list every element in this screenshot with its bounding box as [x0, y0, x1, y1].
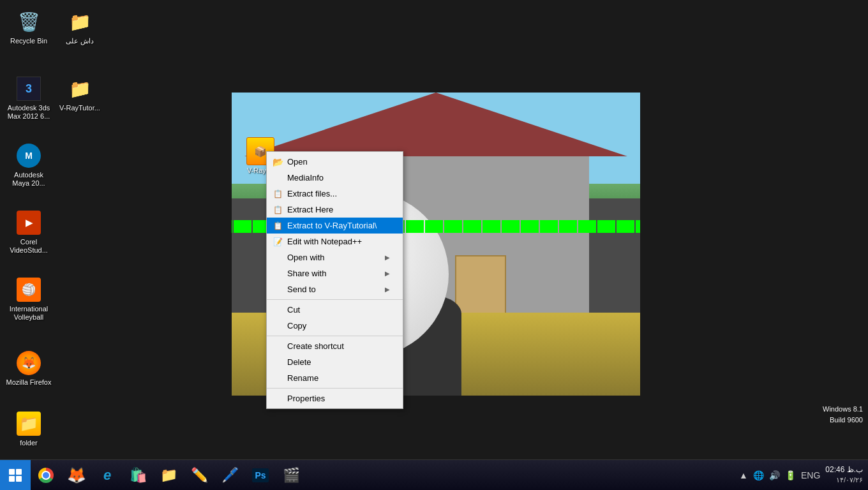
tray-battery-icon[interactable]: 🔋	[784, 469, 797, 482]
extract-files-icon: 📋	[272, 188, 283, 200]
taskbar-sketchbook[interactable]: ✏️	[184, 460, 214, 491]
tray-lang[interactable]: ENG	[800, 469, 821, 482]
recycle-bin-icon: 🗑️	[16, 9, 41, 34]
tray-volume-icon[interactable]: 🔊	[768, 469, 781, 482]
taskbar-app6[interactable]: 🖊️	[214, 460, 245, 491]
icon-autodesk-3ds[interactable]: 3 Autodesk 3ds Max 2012 6...	[3, 73, 54, 123]
taskbar-ie[interactable]: e	[92, 460, 123, 491]
explorer-icon: 📁	[160, 467, 177, 484]
photoshop-icon: Ps	[252, 468, 268, 482]
tray-chevron[interactable]: ▲	[738, 469, 749, 482]
icon-label-recycle-bin: Recycle Bin	[6, 37, 52, 45]
separator-1	[267, 299, 403, 300]
notepad-icon: 📝	[272, 236, 283, 248]
win-version-line2: Build 9600	[823, 415, 863, 426]
windows-version: Windows 8.1 Build 9600	[823, 404, 863, 425]
ctx-open-label: Open	[287, 157, 308, 167]
ctx-share-with[interactable]: Share with ▶	[267, 265, 403, 281]
ctx-extract-to-label: Extract to V-RayTutorial\	[287, 221, 377, 230]
ctx-properties[interactable]: Properties	[267, 390, 403, 406]
icon-corel[interactable]: ▶ Corel VideoStud...	[3, 207, 54, 257]
taskbar-app8[interactable]: 🎬	[276, 460, 306, 491]
clock-date: ۱۴/۰۷/۲۶	[825, 475, 863, 485]
share-with-arrow-icon: ▶	[385, 270, 390, 277]
clock-time: 02:46 ب.ظ	[825, 464, 863, 475]
store-icon: 🛍️	[130, 467, 147, 484]
ctx-create-shortcut-label: Create shortcut	[287, 341, 344, 351]
separator-3	[267, 388, 403, 389]
ctx-extract-to[interactable]: 📋 Extract to V-RayTutorial\	[267, 218, 403, 234]
app8-icon: 🎬	[283, 467, 300, 484]
ie-icon: e	[103, 467, 111, 484]
ctx-mediainfo-label: MediaInfo	[287, 173, 324, 182]
ctx-properties-label: Properties	[287, 394, 325, 403]
taskbar-photoshop[interactable]: Ps	[245, 460, 276, 491]
icon-recycle-bin[interactable]: 🗑️ Recycle Bin	[3, 6, 54, 48]
taskbar-clock[interactable]: 02:46 ب.ظ ۱۴/۰۷/۲۶	[825, 464, 863, 485]
icon-vray[interactable]: 📁 V-RayTutor...	[54, 73, 105, 115]
ctx-rename[interactable]: Rename	[267, 370, 403, 386]
icon-label-maya: Autodesk Maya 20...	[6, 171, 52, 188]
ctx-delete-label: Delete	[287, 357, 311, 367]
ctx-rename-label: Rename	[287, 373, 318, 383]
ctx-mediainfo[interactable]: MediaInfo	[267, 170, 403, 186]
icon-firefox[interactable]: 🦊 Mozilla Firefox	[3, 348, 54, 389]
ctx-cut-label: Cut	[287, 305, 300, 315]
icon-arabic-folder[interactable]: 📁 داش علی	[54, 6, 105, 48]
ctx-copy[interactable]: Copy	[267, 318, 403, 334]
ctx-send-to[interactable]: Send to ▶	[267, 281, 403, 297]
tray-icons: ▲ 🌐 🔊 🔋 ENG	[738, 469, 821, 482]
chrome-icon	[38, 468, 54, 483]
sketchbook-icon: ✏️	[191, 467, 208, 484]
win-version-line1: Windows 8.1	[823, 404, 863, 415]
ctx-extract-here[interactable]: 📋 Extract Here	[267, 202, 403, 218]
icon-volleyball[interactable]: 🏐 International Volleyball	[3, 274, 54, 324]
ctx-delete[interactable]: Delete	[267, 354, 403, 370]
open-with-arrow-icon: ▶	[385, 254, 390, 261]
vray-icon: 📁	[67, 76, 93, 101]
render-roof	[244, 93, 627, 156]
volleyball-icon: 🏐	[16, 277, 41, 302]
extract-here-icon: 📋	[272, 204, 283, 216]
context-menu: 📂 Open MediaInfo 📋 Extract files... 📋 Ex…	[266, 151, 403, 409]
ctx-create-shortcut[interactable]: Create shortcut	[267, 338, 403, 354]
ctx-open-with[interactable]: Open with ▶	[267, 249, 403, 265]
app6-icon: 🖊️	[221, 467, 239, 484]
icon-label-vray: V-RayTutor...	[57, 104, 103, 112]
icon-label-3ds: Autodesk 3ds Max 2012 6...	[6, 104, 52, 121]
ctx-send-to-label: Send to	[287, 285, 316, 294]
icon-maya[interactable]: M Autodesk Maya 20...	[3, 140, 54, 190]
taskbar-firefox[interactable]: 🦊	[61, 460, 92, 491]
folder-arabic-icon: 📁	[67, 9, 93, 34]
desktop: 🗑️ Recycle Bin 📁 داش علی 3 Autodesk 3ds …	[0, 0, 868, 459]
taskbar-explorer[interactable]: 📁	[153, 460, 184, 491]
start-icon	[9, 469, 22, 482]
folder-desk-icon: 📁	[16, 411, 41, 436]
taskbar-right: ▲ 🌐 🔊 🔋 ENG 02:46 ب.ظ ۱۴/۰۷/۲۶	[738, 464, 868, 485]
firefox-taskbar-icon: 🦊	[67, 466, 86, 484]
ctx-extract-files[interactable]: 📋 Extract files...	[267, 186, 403, 202]
icon-label-firefox: Mozilla Firefox	[6, 378, 52, 387]
taskbar-apps: 🦊 e 🛍️ 📁 ✏️ 🖊️ Ps 🎬	[31, 460, 306, 491]
ctx-open-with-label: Open with	[287, 253, 325, 262]
taskbar-store[interactable]: 🛍️	[123, 460, 153, 491]
ctx-cut[interactable]: Cut	[267, 302, 403, 318]
ctx-share-with-label: Share with	[287, 269, 326, 278]
ctx-copy-label: Copy	[287, 321, 306, 330]
autodesk-3ds-icon: 3	[16, 76, 41, 101]
ctx-edit-notepad[interactable]: 📝 Edit with Notepad++	[267, 234, 403, 249]
start-button[interactable]	[0, 460, 31, 491]
icon-label-folder: folder	[6, 439, 52, 447]
icon-folder-desk[interactable]: 📁 folder	[3, 408, 54, 450]
tray-network-icon[interactable]: 🌐	[752, 469, 765, 482]
ctx-open[interactable]: 📂 Open	[267, 154, 403, 170]
open-icon: 📂	[272, 156, 283, 168]
ctx-extract-here-label: Extract Here	[287, 205, 333, 214]
corel-icon: ▶	[16, 210, 41, 235]
taskbar-chrome[interactable]	[31, 460, 61, 491]
extract-to-icon: 📋	[272, 220, 283, 232]
separator-2	[267, 336, 403, 336]
icon-label-volleyball: International Volleyball	[6, 305, 52, 322]
ctx-extract-files-label: Extract files...	[287, 189, 337, 198]
send-to-arrow-icon: ▶	[385, 286, 390, 293]
